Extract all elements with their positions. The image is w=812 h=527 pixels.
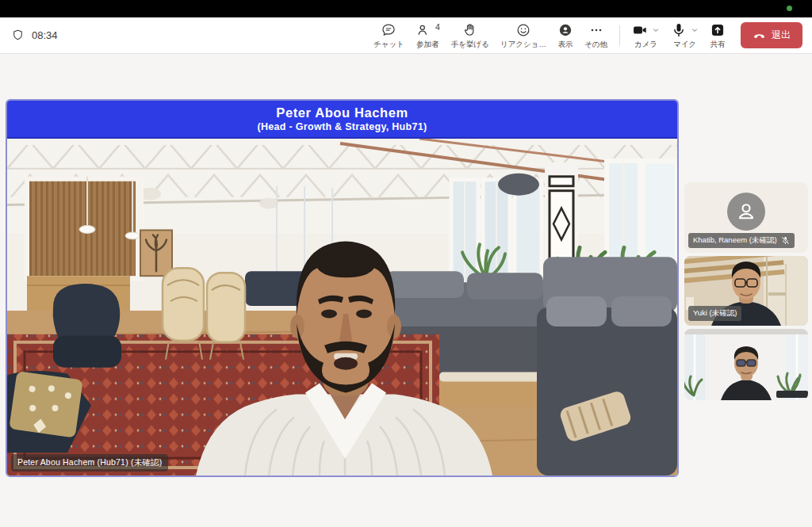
view-icon — [557, 22, 573, 38]
camera-button[interactable]: カメラ — [626, 21, 665, 50]
more-dots-icon — [588, 22, 604, 38]
mic-icon — [671, 22, 687, 38]
toolbar-divider — [619, 25, 620, 46]
raise-hand-button[interactable]: 手を挙げる — [446, 21, 495, 50]
participant-tile-yuki[interactable]: Yuki (未確認) — [684, 256, 808, 326]
meeting-timer-group: 08:34 — [11, 29, 58, 42]
speaker-name-tag: Peter Abou Hachem (Hub71) (未確認) — [11, 454, 168, 472]
reactions-button[interactable]: リアクショ… — [495, 21, 552, 50]
share-label: 共有 — [710, 40, 726, 48]
meeting-toolbar: 08:34 チャット 4 参加者 手を挙げる リアクショ… 表示 — [0, 17, 812, 54]
view-label: 表示 — [558, 40, 573, 48]
camera-active-indicator — [787, 6, 792, 11]
participant-name-pill: Yuki (未確認) — [688, 306, 741, 321]
participants-button[interactable]: 4 参加者 — [410, 21, 446, 50]
main-video-feed — [7, 139, 677, 475]
raise-hand-label: 手を挙げる — [451, 40, 489, 48]
participant-name: Yuki (未確認) — [693, 308, 737, 319]
participant-name: Khatib, Raneem (未確認) — [693, 235, 777, 246]
speaker-banner: Peter Abou Hachem (Head - Growth & Strat… — [7, 101, 677, 139]
participants-count-badge: 4 — [435, 23, 440, 32]
meeting-timer: 08:34 — [32, 29, 58, 41]
camera-label: カメラ — [634, 40, 657, 48]
participants-icon — [416, 22, 431, 38]
raise-hand-icon — [462, 22, 478, 38]
participant-tile-3[interactable] — [684, 329, 808, 400]
office-scene — [7, 139, 677, 475]
share-icon — [710, 22, 726, 38]
leave-label: 退出 — [772, 29, 791, 42]
chat-button[interactable]: チャット — [368, 21, 410, 50]
reactions-smiley-icon — [515, 22, 531, 38]
avatar — [727, 193, 765, 231]
shield-icon — [11, 29, 25, 42]
camera-chevron-down-icon[interactable] — [652, 26, 660, 34]
mic-label: マイク — [673, 40, 696, 48]
view-button[interactable]: 表示 — [552, 21, 579, 50]
speaker-name-title: Peter Abou Hachem — [276, 105, 408, 120]
mic-chevron-down-icon[interactable] — [691, 26, 699, 34]
main-speaker-video[interactable]: Peter Abou Hachem (Head - Growth & Strat… — [6, 99, 679, 477]
participant-video-feed — [684, 329, 808, 400]
window-title-bar — [0, 0, 812, 17]
participant-tile-khatib[interactable]: Khatib, Raneem (未確認) — [684, 182, 808, 253]
chat-label: チャット — [373, 40, 404, 48]
speaker-role-subtitle: (Head - Growth & Strategy, Hub71) — [258, 121, 427, 132]
participants-label: 参加者 — [416, 40, 439, 48]
more-button[interactable]: その他 — [579, 21, 613, 50]
leave-button[interactable]: 退出 — [741, 22, 802, 48]
mic-button[interactable]: マイク — [665, 21, 704, 50]
participant-name-pill: Khatib, Raneem (未確認) — [688, 233, 795, 248]
camera-icon — [632, 22, 648, 38]
toolbar-actions: チャット 4 参加者 手を挙げる リアクショ… 表示 その他 — [368, 21, 812, 50]
more-label: その他 — [584, 40, 607, 48]
chat-icon — [381, 22, 396, 38]
hang-up-icon — [753, 29, 766, 42]
share-button[interactable]: 共有 — [704, 21, 731, 50]
person-avatar-icon — [734, 200, 758, 223]
mic-muted-icon — [781, 236, 790, 245]
reactions-label: リアクショ… — [500, 40, 546, 48]
